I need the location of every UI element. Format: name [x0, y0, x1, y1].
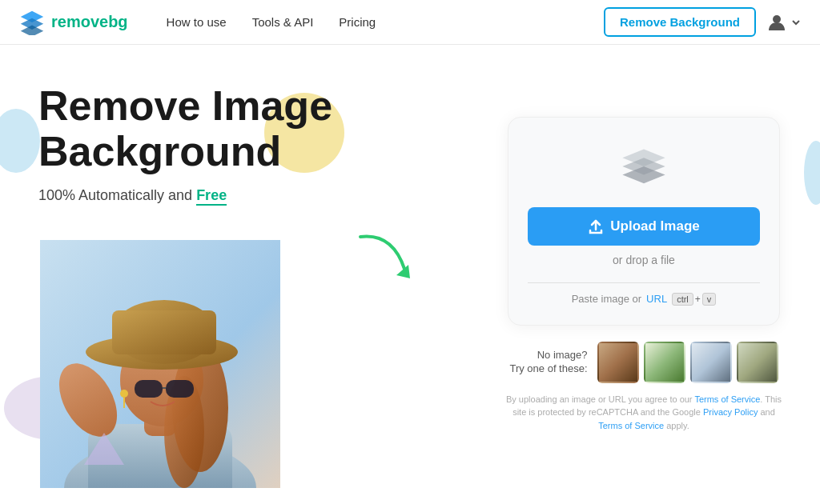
sample-thumb-car[interactable]	[737, 342, 778, 383]
upload-card: Upload Image or drop a file Paste image …	[508, 117, 780, 326]
hero-woman-photo	[40, 240, 280, 488]
chevron-down-icon	[791, 18, 801, 27]
main-content: Remove Image Background 100% Automatical…	[0, 45, 820, 504]
logo-text: removebg	[51, 13, 128, 31]
deco-triangle	[80, 429, 128, 472]
sample-thumbs	[597, 342, 778, 383]
nav-right: Remove Background	[604, 7, 801, 37]
right-section: Upload Image or drop a file Paste image …	[468, 45, 820, 504]
upload-image-button[interactable]: Upload Image	[528, 207, 760, 246]
v-key: v	[702, 293, 717, 306]
paste-url-link[interactable]: URL	[646, 293, 667, 305]
svg-rect-17	[166, 380, 194, 398]
logo-icon	[19, 10, 45, 35]
drop-file-text: or drop a file	[613, 254, 675, 266]
left-section: Remove Image Background 100% Automatical…	[0, 45, 468, 504]
hero-image-container	[16, 232, 320, 504]
nav-links: How to use Tools & API Pricing	[167, 15, 604, 29]
green-arrow	[352, 229, 416, 288]
samples-label: No image? Try one of these:	[509, 349, 587, 376]
svg-marker-24	[622, 166, 665, 183]
svg-rect-16	[135, 380, 163, 398]
paste-prefix: Paste image or	[572, 293, 641, 305]
account-icon	[766, 11, 788, 34]
svg-marker-4	[84, 433, 124, 465]
paste-row: Paste image or URL ctrl + v	[528, 293, 760, 306]
deco-blob-right	[804, 141, 820, 205]
svg-marker-2	[21, 25, 43, 34]
free-highlight: Free	[196, 187, 227, 206]
nav-tools-api[interactable]: Tools & API	[252, 15, 314, 29]
nav-pricing[interactable]: Pricing	[339, 15, 376, 29]
divider	[528, 282, 760, 283]
tos-link-2[interactable]: Terms of Service	[598, 421, 664, 430]
svg-point-3	[773, 15, 781, 23]
plus-sign: +	[695, 294, 701, 305]
samples-row: No image? Try one of these:	[509, 342, 778, 383]
sample-thumb-dog[interactable]	[644, 342, 685, 383]
svg-rect-15	[112, 310, 216, 354]
logo-link[interactable]: removebg	[19, 10, 128, 35]
subtitle: 100% Automatically and Free	[38, 187, 436, 204]
sample-thumb-woman[interactable]	[597, 342, 639, 383]
headline: Remove Image Background	[38, 83, 436, 174]
nav-how-to-use[interactable]: How to use	[167, 15, 227, 29]
ctrl-key: ctrl	[672, 293, 693, 306]
svg-point-19	[120, 390, 128, 398]
privacy-link[interactable]: Privacy Policy	[703, 407, 758, 417]
tos-link-1[interactable]: Terms of Service	[694, 394, 760, 404]
sample-thumb-laptop[interactable]	[690, 342, 732, 383]
paste-shortcut: ctrl + v	[672, 293, 716, 306]
navbar: removebg How to use Tools & API Pricing …	[0, 0, 820, 45]
upload-arrow-icon	[588, 218, 604, 234]
upload-icon	[618, 146, 669, 188]
legal-note: By uploading an image or URL you agree t…	[500, 393, 788, 433]
account-menu[interactable]	[766, 11, 801, 34]
remove-background-button[interactable]: Remove Background	[604, 7, 756, 37]
